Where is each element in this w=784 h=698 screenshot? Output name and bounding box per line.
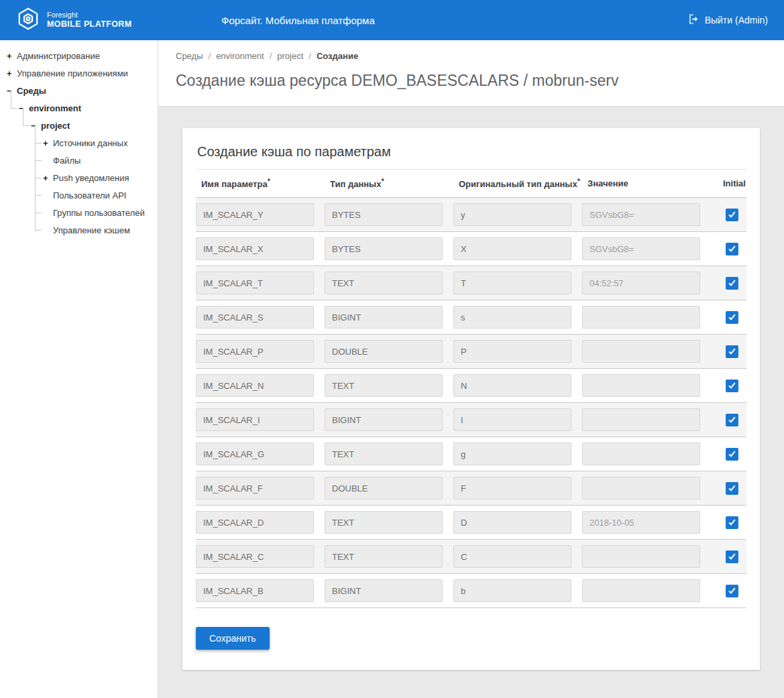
- initial-checkbox[interactable]: [726, 448, 738, 461]
- data-type-input[interactable]: [325, 579, 443, 602]
- column-header-type: Тип данных*: [325, 177, 453, 189]
- expand-icon[interactable]: +: [7, 68, 17, 78]
- value-input[interactable]: [582, 237, 700, 260]
- param-name-input[interactable]: [196, 579, 314, 602]
- value-input[interactable]: [582, 545, 700, 568]
- sidebar-item-project[interactable]: − project: [0, 117, 158, 134]
- original-type-input[interactable]: [453, 477, 571, 500]
- table-row: [196, 266, 746, 300]
- sidebar-item-api-users[interactable]: Пользователи API: [0, 186, 158, 204]
- sidebar-item-label: environment: [29, 103, 81, 113]
- table-row: [196, 403, 746, 437]
- initial-checkbox[interactable]: [726, 414, 738, 426]
- initial-checkbox[interactable]: [726, 243, 738, 255]
- expand-icon[interactable]: +: [43, 173, 53, 183]
- data-type-input[interactable]: [325, 477, 443, 500]
- data-type-input[interactable]: [325, 545, 443, 568]
- value-input[interactable]: [582, 374, 700, 397]
- data-type-input[interactable]: [325, 511, 443, 534]
- save-button[interactable]: Сохранить: [196, 627, 270, 650]
- sidebar-item-app-management[interactable]: + Управление приложениями: [0, 64, 158, 82]
- initial-checkbox[interactable]: [726, 345, 738, 358]
- table-row: [196, 335, 746, 369]
- original-type-input[interactable]: [453, 511, 571, 534]
- expand-icon[interactable]: +: [7, 51, 17, 61]
- original-type-input[interactable]: [453, 408, 571, 431]
- data-type-input[interactable]: [325, 374, 443, 397]
- breadcrumb-item-project[interactable]: project: [277, 51, 303, 61]
- expand-icon[interactable]: +: [43, 138, 53, 148]
- param-name-input[interactable]: [196, 203, 314, 226]
- logout-icon: [688, 13, 699, 27]
- table-row: [196, 540, 746, 574]
- param-name-input[interactable]: [196, 272, 314, 294]
- check-icon: [728, 279, 735, 286]
- app-header: Foresight MOBILE PLATFORM Форсайт. Мобил…: [0, 0, 784, 40]
- breadcrumb-item-environment[interactable]: environment: [216, 51, 264, 61]
- original-type-input[interactable]: [453, 443, 571, 465]
- value-input[interactable]: [582, 511, 700, 534]
- logout-button[interactable]: Выйти (Admin): [688, 13, 768, 27]
- initial-checkbox[interactable]: [726, 482, 738, 495]
- initial-checkbox[interactable]: [726, 277, 738, 290]
- original-type-input[interactable]: [453, 203, 571, 226]
- initial-checkbox[interactable]: [726, 380, 738, 392]
- sidebar-item-user-groups[interactable]: Группы пользователей: [0, 204, 158, 221]
- sidebar-item-environments[interactable]: − Среды: [0, 82, 158, 99]
- param-name-input[interactable]: [196, 511, 314, 534]
- param-name-input[interactable]: [196, 374, 314, 397]
- page-head: Среды / environment / project / Создание…: [158, 40, 784, 107]
- breadcrumb-separator: /: [309, 51, 311, 61]
- sidebar-item-label: Управление кэшем: [53, 225, 130, 235]
- value-input[interactable]: [582, 579, 700, 602]
- initial-checkbox[interactable]: [726, 209, 738, 221]
- sidebar-item-files[interactable]: Файлы: [0, 152, 158, 169]
- value-input[interactable]: [582, 272, 700, 294]
- initial-checkbox[interactable]: [726, 550, 738, 563]
- value-input[interactable]: [582, 203, 700, 226]
- initial-checkbox[interactable]: [726, 311, 738, 324]
- initial-checkbox[interactable]: [726, 585, 738, 597]
- original-type-input[interactable]: [453, 579, 571, 602]
- page-title: Создание кэша ресурса DEMO_BASESCALARS /…: [176, 72, 767, 90]
- check-icon: [728, 587, 735, 594]
- sidebar-item-label: Группы пользователей: [53, 208, 145, 218]
- param-name-input[interactable]: [196, 340, 314, 363]
- data-type-input[interactable]: [325, 272, 443, 294]
- data-type-input[interactable]: [325, 340, 443, 363]
- data-type-input[interactable]: [325, 443, 443, 465]
- original-type-input[interactable]: [453, 306, 571, 329]
- data-type-input[interactable]: [325, 203, 443, 226]
- sidebar-item-data-sources[interactable]: + Источники данных: [0, 134, 158, 152]
- param-name-input[interactable]: [196, 443, 314, 465]
- table-row: [196, 437, 746, 471]
- original-type-input[interactable]: [453, 272, 571, 294]
- brand-line1: Foresight: [47, 11, 132, 19]
- check-icon: [728, 518, 735, 526]
- param-name-input[interactable]: [196, 408, 314, 431]
- data-type-input[interactable]: [325, 306, 443, 329]
- original-type-input[interactable]: [453, 340, 571, 363]
- param-name-input[interactable]: [196, 306, 314, 329]
- param-name-input[interactable]: [196, 477, 314, 500]
- breadcrumb-separator: /: [209, 51, 211, 61]
- original-type-input[interactable]: [453, 374, 571, 397]
- original-type-input[interactable]: [453, 545, 571, 568]
- sidebar-item-cache-management[interactable]: Управление кэшем: [0, 221, 158, 239]
- sidebar-item-label: Push уведомления: [53, 173, 129, 183]
- sidebar-item-push-notifications[interactable]: + Push уведомления: [0, 169, 158, 186]
- value-input[interactable]: [582, 443, 700, 465]
- value-input[interactable]: [582, 408, 700, 431]
- value-input[interactable]: [582, 477, 700, 500]
- value-input[interactable]: [582, 306, 700, 329]
- data-type-input[interactable]: [325, 237, 443, 260]
- sidebar-item-administration[interactable]: + Администрирование: [0, 47, 158, 64]
- table-row: [196, 369, 746, 403]
- param-name-input[interactable]: [196, 237, 314, 260]
- value-input[interactable]: [582, 340, 700, 363]
- original-type-input[interactable]: [453, 237, 571, 260]
- data-type-input[interactable]: [325, 408, 443, 431]
- initial-checkbox[interactable]: [726, 516, 738, 529]
- breadcrumb-item-environments[interactable]: Среды: [176, 51, 203, 61]
- param-name-input[interactable]: [196, 545, 314, 568]
